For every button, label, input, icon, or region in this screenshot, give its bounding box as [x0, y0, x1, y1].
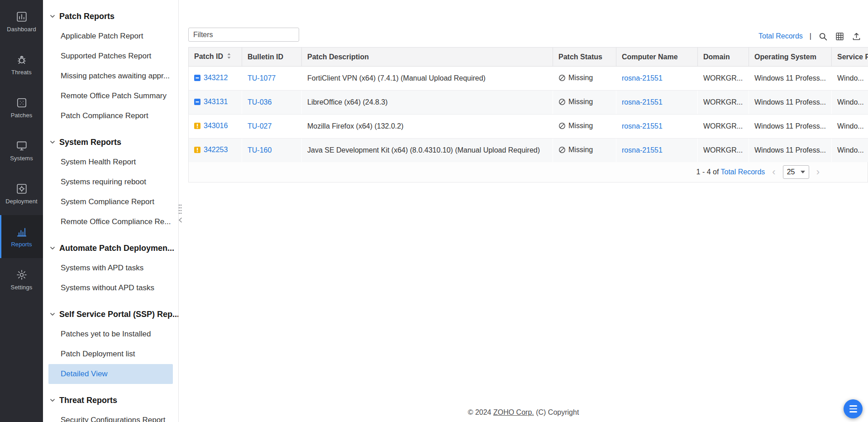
patch-description-cell: Java SE Development Kit (x64) (8.0.4310.…: [302, 139, 553, 163]
bulletin-id-link[interactable]: TU-036: [248, 98, 272, 106]
sidebar-item[interactable]: Supported Patches Report: [43, 46, 178, 66]
section-header[interactable]: System Reports: [43, 132, 178, 152]
rail-item-label: Deployment: [5, 198, 37, 205]
bulletin-id-link[interactable]: TU-160: [248, 146, 272, 154]
sidebar-item[interactable]: Remote Office Patch Summary: [43, 86, 178, 106]
chevron-down-icon: [801, 171, 805, 173]
section-header[interactable]: Automate Patch Deploymen...: [43, 238, 178, 258]
section-header[interactable]: Threat Reports: [43, 390, 178, 410]
computer-name-link[interactable]: rosna-21551: [622, 122, 663, 130]
section-header[interactable]: Self Service Portal (SSP) Rep...: [43, 304, 178, 324]
rail-item-patches[interactable]: Patches: [0, 86, 43, 129]
search-icon[interactable]: [818, 31, 828, 41]
sidebar-item[interactable]: Systems without APD tasks: [43, 278, 178, 298]
rail-item-label: Patches: [11, 112, 33, 119]
rail-item-settings[interactable]: Settings: [0, 258, 43, 301]
next-page-button[interactable]: ›: [816, 167, 820, 177]
patch-id-link[interactable]: 343212: [204, 74, 228, 82]
table-view-icon[interactable]: [835, 31, 845, 41]
sidebar-item[interactable]: Remote Office Compliance Re...: [43, 212, 178, 232]
column-header[interactable]: Service Pack: [832, 48, 868, 67]
table-row: 343212TU-1077FortiClient VPN (x64) (7.4.…: [189, 67, 868, 91]
copyright-text: © 2024: [468, 408, 491, 416]
column-header-label: Patch Description: [307, 53, 369, 61]
deployment-icon: [16, 183, 28, 195]
pagination-range: 1 - 4 of Total Records: [696, 168, 765, 176]
section-header[interactable]: Patch Reports: [43, 6, 178, 26]
service-pack-cell: Windo...: [832, 115, 868, 139]
panel-resize-handle[interactable]: [177, 204, 183, 227]
app-root: DashboardThreatsPatchesSystemsDeployment…: [0, 0, 868, 422]
filters-input[interactable]: [188, 28, 299, 42]
export-icon[interactable]: [852, 31, 862, 41]
rail-item-systems[interactable]: Systems: [0, 129, 43, 172]
section-title: Self Service Portal (SSP) Rep...: [59, 309, 178, 320]
rail-item-label: Systems: [10, 155, 33, 162]
threats-icon: [16, 54, 28, 66]
patch-id-link[interactable]: 343131: [204, 98, 228, 106]
severity-moderate-icon: [194, 75, 200, 83]
section-title: System Reports: [59, 137, 121, 148]
previous-page-button[interactable]: ‹: [771, 167, 776, 177]
sidebar-item[interactable]: System Health Report: [43, 152, 178, 172]
sidebar-item[interactable]: Security Configurations Report: [43, 410, 178, 422]
column-header-label: Computer Name: [622, 53, 678, 61]
toolbar-separator: |: [810, 32, 811, 40]
service-pack-cell: Windo...: [832, 139, 868, 163]
pagination-bar: 1 - 4 of Total Records ‹ 25 ›: [188, 162, 868, 182]
patch-id-link[interactable]: 342253: [204, 146, 228, 153]
sidebar-item[interactable]: Patch Deployment list: [43, 344, 178, 364]
computer-name-link[interactable]: rosna-21551: [622, 146, 663, 154]
sidebar-item[interactable]: Patch Compliance Report: [43, 106, 178, 126]
grip-dots-icon: [178, 204, 182, 216]
collapse-sidebar-icon[interactable]: [178, 217, 182, 223]
rail-item-threats[interactable]: Threats: [0, 43, 43, 86]
sidebar-item[interactable]: Systems requiring reboot: [43, 172, 178, 192]
sidebar-item[interactable]: Detailed View: [48, 364, 173, 384]
computer-name-link[interactable]: rosna-21551: [622, 98, 663, 106]
computer-name-link[interactable]: rosna-21551: [622, 74, 663, 82]
report-section: Automate Patch Deploymen...Systems with …: [43, 238, 178, 298]
column-header[interactable]: Patch Description: [302, 48, 553, 67]
patch-description-cell: LibreOffice (x64) (24.8.3): [302, 91, 553, 115]
domain-cell: WORKGR...: [698, 91, 749, 115]
column-header[interactable]: Domain: [698, 48, 749, 67]
patch-id-link[interactable]: 343016: [204, 122, 228, 129]
column-header-label: Bulletin ID: [248, 53, 283, 61]
quick-actions-fab[interactable]: [844, 399, 863, 418]
column-header[interactable]: Patch Status: [553, 48, 616, 67]
column-header[interactable]: Bulletin ID: [242, 48, 302, 67]
sidebar-item[interactable]: Missing patches awaiting appr...: [43, 66, 178, 86]
column-header-label: Domain: [703, 53, 730, 61]
bulletin-id-link[interactable]: TU-027: [248, 122, 272, 130]
sidebar-item[interactable]: System Compliance Report: [43, 192, 178, 212]
range-text: 1 - 4 of: [696, 168, 719, 176]
os-cell: Windows 11 Profess...: [749, 139, 832, 163]
section-title: Patch Reports: [59, 11, 114, 22]
sidebar-item[interactable]: Applicable Patch Report: [43, 26, 178, 46]
toolbar-actions: Total Records |: [758, 31, 862, 41]
page-size-select[interactable]: 25: [783, 165, 809, 179]
sidebar-item[interactable]: Patches yet to be Installed: [43, 324, 178, 344]
nav-rail: DashboardThreatsPatchesSystemsDeployment…: [0, 0, 43, 422]
rail-item-label: Reports: [11, 241, 32, 248]
page-size-value: 25: [787, 168, 795, 176]
rail-item-dashboard[interactable]: Dashboard: [0, 0, 43, 43]
domain-cell: WORKGR...: [698, 67, 749, 91]
main-content: Total Records |: [179, 0, 868, 422]
rail-item-reports[interactable]: Reports: [0, 215, 43, 258]
os-cell: Windows 11 Profess...: [749, 67, 832, 91]
column-header[interactable]: Patch ID: [189, 48, 242, 67]
sort-icon[interactable]: [227, 53, 231, 61]
total-records-link[interactable]: Total Records: [758, 32, 803, 40]
column-header[interactable]: Operating System: [749, 48, 832, 67]
service-pack-cell: Windo...: [832, 91, 868, 115]
zoho-corp-link[interactable]: ZOHO Corp.: [493, 408, 534, 416]
bulletin-id-link[interactable]: TU-1077: [248, 74, 276, 82]
sidebar-item[interactable]: Systems with APD tasks: [43, 258, 178, 278]
rail-item-deployment[interactable]: Deployment: [0, 172, 43, 215]
pagination-total-records-link[interactable]: Total Records: [721, 168, 765, 176]
chevron-down-icon: [50, 398, 55, 403]
missing-status-icon: [558, 74, 566, 82]
column-header[interactable]: Computer Name: [616, 48, 698, 67]
